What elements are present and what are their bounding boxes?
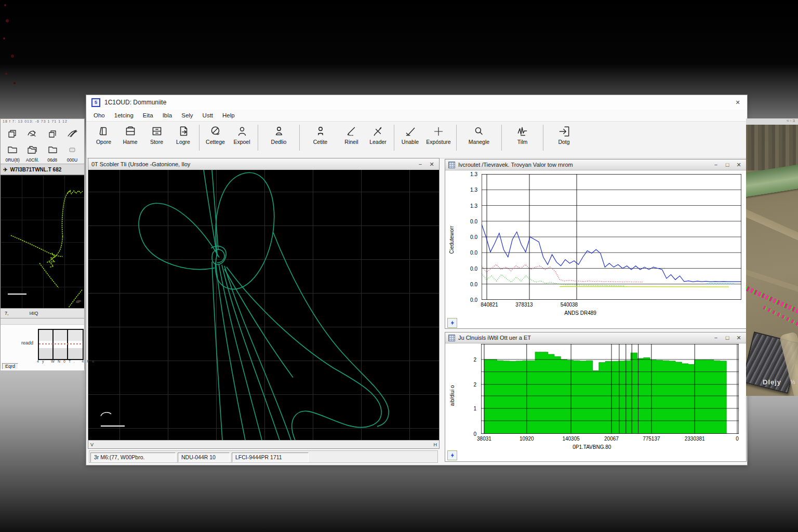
bottom-chart-window: Ju Clnuisls iWtil Ott uer a ET − □ ✕ aib… — [445, 332, 747, 462]
menu-item[interactable]: Eita — [143, 112, 153, 118]
menu-item[interactable]: Oho — [94, 112, 105, 118]
main-window-title: 1C1OUD: Dommuniite — [104, 99, 729, 106]
folder-button-2[interactable] — [43, 142, 62, 157]
scale-bar — [101, 425, 125, 427]
sketch-button[interactable] — [22, 126, 42, 142]
flash-icon — [449, 453, 455, 458]
toolbar-button-exposture[interactable]: Expósture — [423, 124, 454, 145]
toolbar-button-store[interactable]: Store — [143, 124, 170, 145]
menu-item[interactable]: Help — [222, 112, 235, 118]
io-label: I4IQ — [30, 311, 38, 316]
io-prefix: 7, — [5, 311, 9, 316]
menu-bar: Oho1etcingEitaIblaSelyUsttHelp — [86, 110, 747, 121]
mini-map-title: W7I3B71TWNL.T 682 — [10, 167, 61, 172]
top-chart-maximize-button[interactable]: □ — [723, 161, 732, 168]
mini-map-canvas[interactable]: dP — [1, 175, 84, 308]
menu-item[interactable]: Ibla — [163, 112, 172, 118]
top-chart-svg — [482, 174, 741, 300]
toolbar-button-expoel[interactable]: Expoel — [229, 124, 255, 145]
toolbar: Opore Hame Store Logre Cettege Expoel De… — [86, 121, 747, 158]
chart-tool-button[interactable] — [447, 450, 457, 460]
top-chart-plot[interactable] — [482, 174, 741, 300]
menu-item[interactable]: 1etcing — [114, 112, 134, 118]
top-chart-window: Ivcroutet /Tievravek. Trovyan Valor tow … — [445, 159, 747, 329]
toolbar-separator — [501, 125, 502, 151]
top-chart-close-button[interactable]: ✕ — [735, 161, 743, 168]
import-doc-icon — [177, 125, 190, 138]
folder-icon — [46, 143, 59, 156]
toolbar-button-tilm[interactable]: Tilm — [509, 124, 536, 145]
menu-item[interactable]: Ustt — [203, 112, 213, 118]
satellite-survey-markers — [746, 285, 798, 321]
io-strip[interactable]: 7, I4IQ — [1, 308, 84, 318]
toolbar-button-rineil[interactable]: Rineil — [338, 124, 365, 145]
tick-label: 775137 — [643, 436, 660, 442]
mini-map-corner-text: dP — [76, 299, 81, 304]
top-chart-body: Cieduteworr 1.31.31.30.00.00.00.00.00.0 … — [445, 170, 746, 328]
scroll-right-label: H — [434, 442, 437, 447]
plot-minimize-button[interactable]: − — [416, 161, 424, 168]
plot-scrollbar-strip[interactable]: V H — [88, 440, 439, 448]
toolbar-button-dedlio[interactable]: Dedlio — [265, 124, 292, 145]
top-chart-minimize-button[interactable]: − — [712, 161, 720, 168]
magnifier-icon — [472, 125, 486, 138]
tick-label: 2 — [473, 356, 476, 362]
blank-icon — [66, 143, 78, 156]
chart-window-icon — [448, 162, 455, 168]
mini-map-titlebar[interactable]: ✈ W7I3B71TWNL.T 682 — [1, 164, 84, 175]
folder-button-1[interactable] — [3, 142, 22, 157]
toolbar-button-cettege[interactable]: Cettege — [202, 124, 229, 145]
tick-label: 840821 — [481, 302, 498, 308]
bottom-chart-minimize-button[interactable]: − — [712, 334, 720, 341]
folder-stack-button[interactable] — [22, 142, 42, 157]
satellite-imagery[interactable]: Dlejy ⅓ — [746, 125, 798, 396]
mini-map-scale-bar — [8, 294, 26, 295]
plane-icon: ✈ — [3, 167, 7, 172]
trajectory-plot-canvas[interactable] — [88, 170, 439, 440]
plot-window-titlebar[interactable]: 0T Scobler Tli (Ursdoe -Gatonione, Iloy … — [88, 158, 439, 170]
plus-icon — [432, 125, 445, 138]
window-copy-button[interactable] — [3, 126, 22, 142]
main-titlebar[interactable]: 5 1C1OUD: Dommuniite ✕ — [86, 95, 747, 110]
tick-label: 378313 — [515, 302, 533, 308]
bottom-chart-close-button[interactable]: ✕ — [735, 334, 743, 341]
prohibit-circle-icon — [209, 125, 222, 138]
toolbar-button-logre[interactable]: Logre — [170, 124, 196, 145]
status-bar: 3r M6:(77, W00Pbro. NDU-044R 10 LFCI-944… — [89, 450, 438, 463]
window-copy-icon — [6, 128, 19, 140]
app-icon: 5 — [91, 98, 100, 107]
chart-tool-button[interactable] — [447, 318, 457, 328]
tick-label: 540038 — [561, 302, 578, 308]
pages-copy-button[interactable] — [43, 126, 62, 142]
tick-label: 1 — [473, 406, 476, 411]
bottom-chart-plot[interactable] — [481, 344, 739, 434]
toolbar-button-dotg[interactable]: Dotg — [551, 124, 577, 145]
tick-label: 0.0 — [470, 234, 477, 240]
bottom-chart-maximize-button[interactable]: □ — [723, 334, 732, 341]
satellite-toolbar-row: ≈ ▫ 3 — [746, 118, 798, 125]
blank-slot-button[interactable] — [62, 142, 82, 157]
tick-label: 2330381 — [685, 436, 705, 442]
chart-window-icon — [448, 335, 455, 341]
menu-item[interactable]: Sely — [181, 112, 193, 118]
toolbar-button-hame[interactable]: Hame — [117, 124, 143, 145]
bottom-chart-xtick-labels: 38031109201403052006777513723303810 — [481, 436, 739, 443]
toolbar-separator — [543, 125, 543, 151]
main-close-button[interactable]: ✕ — [734, 99, 742, 106]
bottom-chart-title: Ju Clnuisls iWtil Ott uer a ET — [458, 335, 709, 341]
top-chart-titlebar[interactable]: Ivcroutet /Tievravek. Trovyan Valor tow … — [445, 159, 746, 170]
toolbar-button-opore[interactable]: Opore — [90, 124, 117, 145]
bottom-chart-ylabel: aib/diui o — [449, 373, 455, 419]
toolbar-separator — [199, 125, 200, 151]
toolbar-button-leader[interactable]: Leader — [365, 124, 391, 145]
toolbar-button-manegle[interactable]: Manegle — [464, 124, 494, 145]
plot-close-button[interactable]: ✕ — [428, 161, 436, 168]
satellite-watermark: Dlejy — [763, 378, 781, 386]
satellite-dirt-path — [746, 205, 798, 249]
pen-strokes-button[interactable] — [62, 126, 82, 142]
tick-label: 1.3 — [470, 203, 477, 208]
toolbar-button-unable[interactable]: Unable — [397, 124, 423, 145]
toolbar-button-cetite[interactable]: Cetite — [307, 124, 334, 145]
bottom-chart-titlebar[interactable]: Ju Clnuisls iWtil Ott uer a ET − □ ✕ — [445, 332, 746, 343]
pencil-cross-icon — [371, 125, 385, 138]
